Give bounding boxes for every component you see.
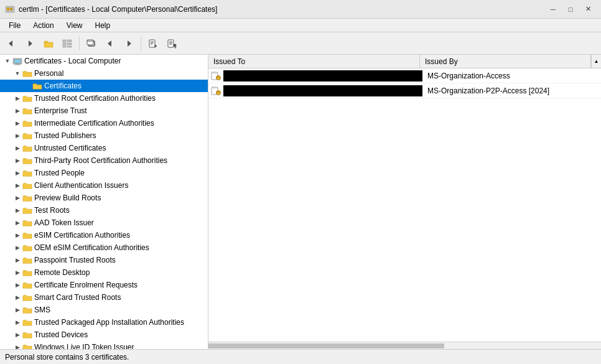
forward2-button[interactable] xyxy=(120,35,137,52)
back-button[interactable] xyxy=(2,35,20,52)
tree-esim[interactable]: ▶ eSIM Certification Authorities xyxy=(0,229,208,241)
expand-oem-esim[interactable]: ▶ xyxy=(12,243,22,253)
tree-personal[interactable]: ▼ Personal xyxy=(0,67,208,80)
expand-intermediate[interactable]: ▶ xyxy=(12,118,22,128)
folder-oem-esim-icon xyxy=(22,243,32,252)
tree-remote-desktop-label: Remote Desktop xyxy=(34,267,90,278)
tree-passpoint[interactable]: ▶ Passpoint Trusted Roots xyxy=(0,254,208,266)
svg-marker-4 xyxy=(29,40,32,47)
main-content: ▼ Certificates - Local Computer ▼ Pe xyxy=(0,55,601,349)
tree-trusted-devices[interactable]: ▶ Trusted Devices xyxy=(0,329,208,341)
menu-file[interactable]: File xyxy=(2,20,27,31)
svg-marker-13 xyxy=(108,40,111,47)
expand-test-roots[interactable]: ▶ xyxy=(12,205,22,215)
tree-enterprise-trust[interactable]: ▶ Enterprise Trust xyxy=(0,105,208,117)
maximize-button[interactable]: □ xyxy=(562,3,579,16)
expand-certificates[interactable] xyxy=(22,81,32,91)
expand-esim[interactable]: ▶ xyxy=(12,230,22,240)
svg-marker-3 xyxy=(9,40,12,47)
export-icon xyxy=(148,39,158,49)
tree-test-roots[interactable]: ▶ Test Roots xyxy=(0,204,208,217)
close-button[interactable]: ✕ xyxy=(580,3,596,16)
expand-enterprise[interactable]: ▶ xyxy=(12,106,22,116)
tree-intermediate[interactable]: ▶ Intermediate Certification Authorities xyxy=(0,117,208,129)
expand-trusted-publishers[interactable]: ▶ xyxy=(12,131,22,141)
expand-third-party[interactable]: ▶ xyxy=(12,156,22,166)
properties-button[interactable] xyxy=(163,35,180,52)
minimize-button[interactable]: ─ xyxy=(545,3,561,16)
tree-root-label: Certificates - Local Computer xyxy=(24,55,121,67)
tree-icon xyxy=(62,39,72,49)
scrollbar-thumb[interactable] xyxy=(208,343,444,348)
list-cell-issued-by-1: MS-Organization-Access xyxy=(422,70,601,82)
expand-cert-enrolment[interactable]: ▶ xyxy=(12,280,22,290)
expand-packaged-app[interactable]: ▶ xyxy=(12,317,22,327)
menu-help[interactable]: Help xyxy=(89,20,117,31)
tree-windows-live-id-label: Windows Live ID Token Issuer xyxy=(34,342,134,349)
new-window-button[interactable] xyxy=(83,35,100,52)
forward-icon xyxy=(25,39,35,49)
list-cell-issued-to-1: ██████████████████████████████████████ xyxy=(223,70,422,82)
tree-third-party[interactable]: ▶ Third-Party Root Certification Authori… xyxy=(0,154,208,167)
folder-preview-build-icon xyxy=(22,194,32,202)
tree-cert-enrolment[interactable]: ▶ Certificate Enrolment Requests xyxy=(0,279,208,291)
forward-button[interactable] xyxy=(21,35,39,52)
folder-trusted-devices-icon xyxy=(22,330,32,339)
tree-trusted-root[interactable]: ▶ Trusted Root Certification Authorities xyxy=(0,92,208,105)
show-hide-tree-button[interactable] xyxy=(58,35,76,52)
tree-smart-card[interactable]: ▶ Smart Card Trusted Roots xyxy=(0,291,208,304)
right-panel: Issued To Issued By ▲ ✓ ████████████████… xyxy=(208,55,601,349)
list-row[interactable]: ✓ ██████████████████████████████████████… xyxy=(208,68,601,83)
tree-packaged-app[interactable]: ▶ Trusted Packaged App Installation Auth… xyxy=(0,316,208,329)
export-button[interactable] xyxy=(144,35,162,52)
expand-aad-token[interactable]: ▶ xyxy=(12,218,22,228)
expand-remote-desktop[interactable]: ▶ xyxy=(12,268,22,278)
tree-smart-card-label: Smart Card Trusted Roots xyxy=(34,292,121,303)
tree-aad-token[interactable]: ▶ AAD Token Issuer xyxy=(0,217,208,229)
tree-trusted-people[interactable]: ▶ Trusted People xyxy=(0,167,208,179)
list-header-scroll: Issued To Issued By xyxy=(208,55,591,68)
scroll-up-button[interactable]: ▲ xyxy=(591,55,601,68)
list-body[interactable]: ✓ ██████████████████████████████████████… xyxy=(208,68,601,342)
expand-trusted-devices[interactable]: ▶ xyxy=(12,330,22,340)
expand-client-auth[interactable]: ▶ xyxy=(12,180,22,190)
expand-windows-live-id[interactable]: ▶ xyxy=(12,342,22,349)
up-button[interactable] xyxy=(40,35,57,52)
scrollbar-track[interactable] xyxy=(208,342,601,350)
list-cell-issued-by-2: MS-Organization-P2P-Access [2024] xyxy=(422,85,601,96)
expand-personal[interactable]: ▼ xyxy=(12,68,22,78)
folder-trusted-people-icon xyxy=(22,169,32,177)
expand-root[interactable]: ▼ xyxy=(2,56,12,66)
expand-trusted-root[interactable]: ▶ xyxy=(12,93,22,103)
tree-untrusted[interactable]: ▶ Untrusted Certificates xyxy=(0,142,208,154)
expand-preview-build[interactable]: ▶ xyxy=(12,193,22,203)
expand-trusted-people[interactable]: ▶ xyxy=(12,168,22,178)
back2-button[interactable] xyxy=(101,35,119,52)
menu-view[interactable]: View xyxy=(60,20,89,31)
tree-root[interactable]: ▼ Certificates - Local Computer xyxy=(0,55,208,67)
status-text: Personal store contains 3 certificates. xyxy=(5,353,129,362)
horizontal-scrollbar[interactable] xyxy=(208,342,601,349)
tree-trusted-publishers[interactable]: ▶ Trusted Publishers xyxy=(0,129,208,142)
svg-text:✓: ✓ xyxy=(217,76,220,80)
expand-smart-card[interactable]: ▶ xyxy=(12,292,22,302)
tree-sms[interactable]: ▶ SMS xyxy=(0,304,208,316)
tree-preview-build[interactable]: ▶ Preview Build Roots xyxy=(0,192,208,204)
list-row[interactable]: ✓ ██████████████████████████████████████… xyxy=(208,83,601,98)
tree-windows-live-id[interactable]: ▶ Windows Live ID Token Issuer xyxy=(0,341,208,349)
folder-cert-enrolment-icon xyxy=(22,281,32,289)
col-header-issued-by[interactable]: Issued By xyxy=(420,55,591,68)
tree-esim-label: eSIM Certification Authorities xyxy=(34,230,130,241)
col-header-issued-to[interactable]: Issued To xyxy=(208,55,420,68)
tree-panel[interactable]: ▼ Certificates - Local Computer ▼ Pe xyxy=(0,55,208,349)
tree-client-auth[interactable]: ▶ Client Authentication Issuers xyxy=(0,179,208,192)
folder-packaged-app-icon xyxy=(22,318,32,327)
folder-up-icon xyxy=(44,39,54,49)
tree-certificates[interactable]: Certificates xyxy=(0,80,208,92)
expand-passpoint[interactable]: ▶ xyxy=(12,255,22,265)
menu-action[interactable]: Action xyxy=(27,20,60,31)
expand-untrusted[interactable]: ▶ xyxy=(12,143,22,153)
tree-oem-esim[interactable]: ▶ OEM eSIM Certification Authorities xyxy=(0,241,208,254)
tree-remote-desktop[interactable]: ▶ Remote Desktop xyxy=(0,266,208,279)
expand-sms[interactable]: ▶ xyxy=(12,305,22,315)
